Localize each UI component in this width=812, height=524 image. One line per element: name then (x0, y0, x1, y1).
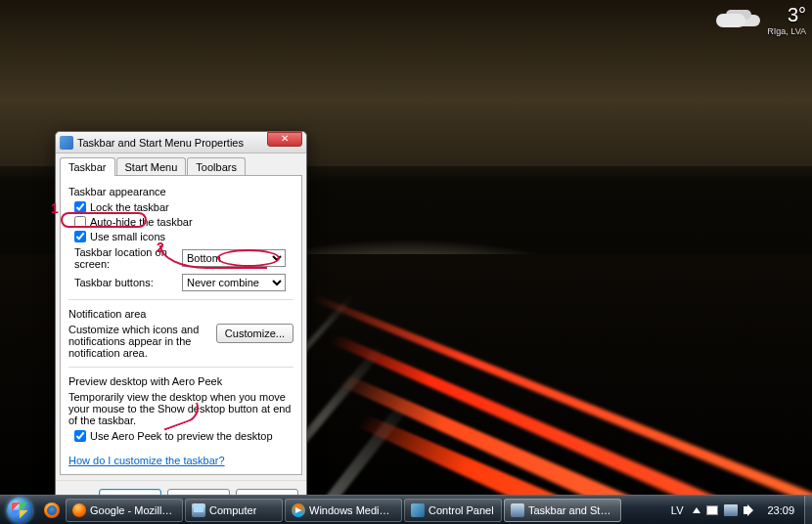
system-tray: LV 23:09 (663, 496, 804, 524)
dialog-icon (60, 136, 73, 150)
task-computer[interactable]: Computer (185, 499, 283, 522)
location-row: Taskbar location on screen: Bottom (74, 246, 293, 270)
customize-button[interactable]: Customize... (216, 324, 293, 343)
aero-peek-checkbox[interactable] (74, 430, 86, 442)
notification-text: Customize which icons and notifications … (68, 324, 210, 359)
group-notification: Notification area (68, 308, 293, 320)
task-properties[interactable]: Taskbar and Start Me... (504, 499, 621, 522)
tab-strip: Taskbar Start Menu Toolbars (56, 153, 306, 176)
buttons-label: Taskbar buttons: (74, 277, 182, 288)
location-label: Taskbar location on screen: (74, 246, 182, 270)
windows-orb-icon (7, 498, 32, 523)
small-icons-checkbox[interactable] (74, 231, 86, 242)
group-peek: Preview desktop with Aero Peek (68, 375, 293, 387)
buttons-select[interactable]: Never combine (182, 274, 286, 291)
group-appearance: Taskbar appearance (68, 186, 293, 197)
dialog-title: Taskbar and Start Menu Properties (77, 137, 267, 149)
small-icons-option[interactable]: Use small icons (74, 231, 293, 242)
pinned-firefox[interactable] (41, 500, 63, 521)
volume-icon[interactable] (744, 504, 755, 516)
language-indicator[interactable]: LV (667, 504, 688, 516)
cloud-icon (712, 8, 759, 27)
peek-text: Temporarily view the desktop when you mo… (68, 391, 293, 426)
wmp-icon (292, 503, 305, 517)
aero-peek-option[interactable]: Use Aero Peek to preview the desktop (74, 430, 293, 442)
titlebar[interactable]: Taskbar and Start Menu Properties ✕ (56, 132, 306, 153)
lock-taskbar-option[interactable]: Lock the taskbar (74, 201, 293, 213)
tab-toolbars[interactable]: Toolbars (187, 157, 246, 176)
tab-start-menu[interactable]: Start Menu (116, 157, 187, 176)
location-select[interactable]: Bottom (182, 249, 286, 267)
taskbar-properties-dialog: Taskbar and Start Menu Properties ✕ Task… (55, 131, 307, 517)
task-control-panel[interactable]: Control Panel (404, 499, 502, 522)
control-panel-icon (411, 503, 425, 517)
network-icon[interactable] (724, 504, 738, 516)
autohide-checkbox[interactable] (74, 216, 86, 228)
autohide-option[interactable]: Auto-hide the taskbar (74, 216, 293, 228)
separator (68, 299, 293, 300)
properties-icon (511, 503, 524, 517)
notification-row: Customize which icons and notifications … (68, 324, 293, 359)
clock[interactable]: 23:09 (761, 504, 800, 516)
weather-location: Rīga, LVA (710, 26, 806, 36)
tab-content: Taskbar appearance Lock the taskbar Auto… (60, 175, 302, 475)
lock-taskbar-checkbox[interactable] (74, 201, 86, 213)
close-button[interactable]: ✕ (267, 132, 302, 147)
start-button[interactable] (0, 496, 39, 525)
tab-taskbar[interactable]: Taskbar (60, 157, 115, 176)
task-firefox[interactable]: Google - Mozilla Fire... (66, 499, 183, 522)
buttons-row: Taskbar buttons: Never combine (74, 274, 293, 291)
tray-overflow-icon[interactable] (693, 507, 700, 513)
show-desktop-button[interactable] (804, 496, 812, 525)
separator (68, 367, 293, 368)
taskbar: Google - Mozilla Fire... Computer Window… (0, 495, 812, 524)
firefox-icon (72, 503, 86, 517)
help-link[interactable]: How do I customize the taskbar? (68, 455, 225, 466)
flag-icon[interactable] (706, 505, 718, 515)
weather-gadget[interactable]: 3° Rīga, LVA (710, 4, 806, 43)
firefox-icon (44, 502, 60, 518)
task-wmp[interactable]: Windows Media Player (285, 499, 402, 522)
computer-icon (192, 503, 205, 517)
